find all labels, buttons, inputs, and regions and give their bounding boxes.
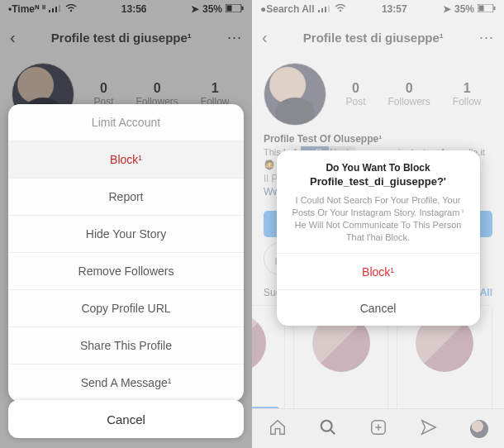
sheet-limit-account[interactable]: Limit Account (8, 104, 244, 141)
block-confirm-dialog: Do You Want To Block Profile_test_di_giu… (277, 150, 480, 326)
sheet-remove-followers[interactable]: Remove Followers (8, 253, 244, 290)
action-sheet: Limit Account Block¹ Report Hide Your St… (8, 104, 244, 402)
sheet-share-profile[interactable]: Share This Profile (8, 327, 244, 365)
sheet-block[interactable]: Block¹ (8, 141, 244, 179)
dialog-cancel-button[interactable]: Cancel (277, 289, 480, 326)
dialog-block-button[interactable]: Block¹ (277, 253, 480, 289)
phone-left: •Timeᴺ ᴵᴵ 13:56 ➤ 35% ‹ Profile test di … (0, 0, 252, 448)
dialog-body: I Could Not Search For Your Profile, You… (277, 194, 480, 253)
dialog-subtitle: Profile_test_di_giuseppe?' (277, 175, 480, 194)
sheet-hide-story[interactable]: Hide Your Story (8, 216, 244, 253)
sheet-cancel-button[interactable]: Cancel (8, 400, 244, 438)
sheet-send-message[interactable]: Send A Message¹ (8, 365, 244, 402)
dialog-title: Do You Want To Block (277, 150, 480, 175)
sheet-report[interactable]: Report (8, 179, 244, 216)
phone-right: ●Search All 13:57 ➤ 35% ‹ Profile test d… (252, 0, 504, 448)
sheet-copy-url[interactable]: Copy Profile URL (8, 290, 244, 327)
